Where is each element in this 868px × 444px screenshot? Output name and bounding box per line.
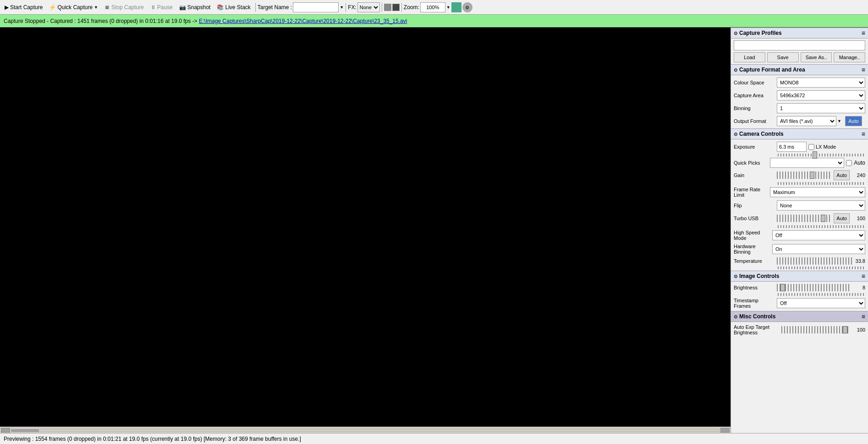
exposure-label: Exposure <box>734 144 775 150</box>
start-capture-icon: ▶ <box>5 4 9 11</box>
scroll-track[interactable] <box>11 429 720 432</box>
brightness-dots-row <box>731 293 868 296</box>
auto-exp-target-label: Auto Exp Target Brightness <box>734 324 780 335</box>
camera-controls-menu-icon[interactable]: ≡ <box>862 130 865 138</box>
flip-select[interactable]: None <box>777 200 865 211</box>
gain-auto-button[interactable]: Auto <box>834 170 850 180</box>
profiles-save-button[interactable]: Save <box>767 52 799 62</box>
quick-picks-auto-checkbox[interactable] <box>846 160 852 166</box>
camera-controls-title: Camera Controls <box>739 131 784 137</box>
snapshot-button[interactable]: 📷 Snapshot <box>176 1 214 13</box>
camera-controls-section-header[interactable]: ⊙ Camera Controls ≡ <box>731 128 868 139</box>
output-format-select[interactable]: AVI files (*.avi) <box>777 116 836 126</box>
target-name-input[interactable] <box>293 2 339 12</box>
temperature-value: 33.8 <box>856 258 865 264</box>
capture-format-section-header[interactable]: ⊙ Capture Format and Area ≡ <box>731 64 868 75</box>
gain-slider[interactable] <box>777 172 832 179</box>
timestamp-frames-label: Timestamp Frames <box>734 298 775 309</box>
auto-exp-target-slider[interactable] <box>781 326 850 333</box>
auto-exp-target-slider-thumb[interactable] <box>843 326 847 333</box>
timestamp-frames-row: Timestamp Frames Off <box>731 296 868 310</box>
live-stack-label: Live Stack <box>225 4 250 11</box>
misc-controls-menu-icon[interactable]: ≡ <box>862 313 865 320</box>
profiles-manage-button[interactable]: Manage.. <box>834 52 865 62</box>
hardware-binning-select[interactable]: On <box>772 244 865 254</box>
frame-rate-select[interactable]: Maximum <box>770 187 865 197</box>
turbo-usb-value: 100 <box>852 216 865 221</box>
camera-controls-collapse-icon: ⊙ <box>734 132 737 137</box>
misc-controls-title: Misc Controls <box>739 313 775 320</box>
gain-slider-thumb[interactable] <box>810 172 814 179</box>
live-stack-button[interactable]: 📚 Live Stack <box>214 1 253 13</box>
high-speed-mode-select[interactable]: Off <box>772 230 865 240</box>
toolbar: ▶ Start Capture ⚡ Quick Capture ▼ ⏹ Stop… <box>0 0 868 15</box>
temperature-slider <box>777 257 852 265</box>
image-controls-collapse-icon: ⊙ <box>734 274 737 279</box>
lxmode-checkbox[interactable] <box>808 144 814 150</box>
image-controls-section-header[interactable]: ⊙ Image Controls ≡ <box>731 271 868 282</box>
profiles-save-as-button[interactable]: Save As.. <box>801 52 832 62</box>
brightness-value: 8 <box>852 285 865 290</box>
pause-label: Pause <box>157 4 173 11</box>
settings-icon[interactable]: ⚙ <box>462 2 472 12</box>
quick-capture-icon: ⚡ <box>49 4 56 11</box>
exposure-slider-track[interactable] <box>778 154 865 156</box>
zoom-input[interactable] <box>420 2 445 12</box>
preview-scrollbar[interactable] <box>0 427 731 433</box>
start-capture-label: Start Capture <box>10 4 43 11</box>
timestamp-frames-select[interactable]: Off <box>777 298 865 308</box>
quick-picks-select[interactable] <box>770 158 844 168</box>
exposure-row: Exposure LX Mode <box>731 140 868 153</box>
brightness-slider[interactable] <box>777 284 850 291</box>
turbo-usb-dots <box>778 225 865 228</box>
pause-icon: ⏸ <box>150 4 156 11</box>
profiles-search-input[interactable] <box>734 40 865 50</box>
exposure-slider-thumb[interactable] <box>813 151 817 159</box>
flip-row: Flip None <box>731 199 868 212</box>
misc-controls-section-header[interactable]: ⊙ Misc Controls ≡ <box>731 311 868 322</box>
turbo-usb-dots-row <box>731 225 868 228</box>
toolbar-separator-4 <box>401 3 402 12</box>
capture-profiles-section-header[interactable]: ⊙ Capture Profiles ≡ <box>731 28 868 39</box>
exposure-input[interactable] <box>777 142 807 152</box>
scroll-right-btn[interactable] <box>720 428 730 433</box>
turbo-usb-auto-button[interactable]: Auto <box>834 213 850 223</box>
start-capture-button[interactable]: ▶ Start Capture <box>2 1 45 13</box>
right-panel: ⊙ Capture Profiles ≡ Load Save Save As..… <box>731 28 868 433</box>
scroll-thumb[interactable] <box>11 429 39 432</box>
capture-profiles-title: Capture Profiles <box>739 30 782 36</box>
capture-status-message: Capture Stopped - Captured : 1451 frames… <box>4 18 198 24</box>
binning-select[interactable]: 1 <box>777 103 865 113</box>
binning-label: Binning <box>734 105 775 111</box>
quick-capture-label: Quick Capture <box>57 4 93 11</box>
capture-area-select[interactable]: 5496x3672 <box>777 90 865 100</box>
target-name-dropdown-icon: ▼ <box>340 5 344 10</box>
preview-wrapper <box>0 28 731 433</box>
capture-profiles-menu-icon[interactable]: ≡ <box>862 29 865 37</box>
turbo-usb-slider-thumb[interactable] <box>821 215 825 222</box>
stop-capture-icon: ⏹ <box>104 4 110 11</box>
capture-status-link[interactable]: E:\Image Captures\SharpCap\2019-12-22\Ca… <box>199 18 407 24</box>
colour-space-select[interactable]: MONO8 <box>777 78 865 88</box>
fx-select[interactable]: None <box>357 2 380 12</box>
profiles-buttons: Load Save Save As.. Manage.. <box>734 52 865 62</box>
output-format-row: Output Format AVI files (*.avi) ▼ Auto <box>731 115 868 128</box>
gain-value: 240 <box>852 172 865 178</box>
toolbar-separator-2 <box>346 3 346 12</box>
image-controls-content: Brightness 8 Timestamp Frames Off <box>731 282 868 311</box>
capture-format-menu-icon[interactable]: ≡ <box>862 66 865 73</box>
stop-capture-button[interactable]: ⏹ Stop Capture <box>102 1 147 13</box>
turbo-usb-slider[interactable] <box>777 215 832 222</box>
image-controls-menu-icon[interactable]: ≡ <box>862 272 865 280</box>
temperature-label: Temperature <box>734 258 775 264</box>
output-format-auto-button[interactable]: Auto <box>845 116 862 126</box>
pause-button[interactable]: ⏸ Pause <box>148 1 176 13</box>
zoom-area: Zoom: ▼ <box>404 2 450 12</box>
scroll-left-btn[interactable] <box>1 428 10 433</box>
quick-capture-button[interactable]: ⚡ Quick Capture ▼ <box>46 1 101 13</box>
histogram-icon[interactable] <box>451 2 461 12</box>
profiles-load-button[interactable]: Load <box>734 52 765 62</box>
capture-format-content: Colour Space MONO8 Capture Area 5496x367… <box>731 75 868 128</box>
hardware-binning-label: Hardware Binning <box>734 244 770 255</box>
brightness-slider-thumb[interactable] <box>780 284 785 291</box>
